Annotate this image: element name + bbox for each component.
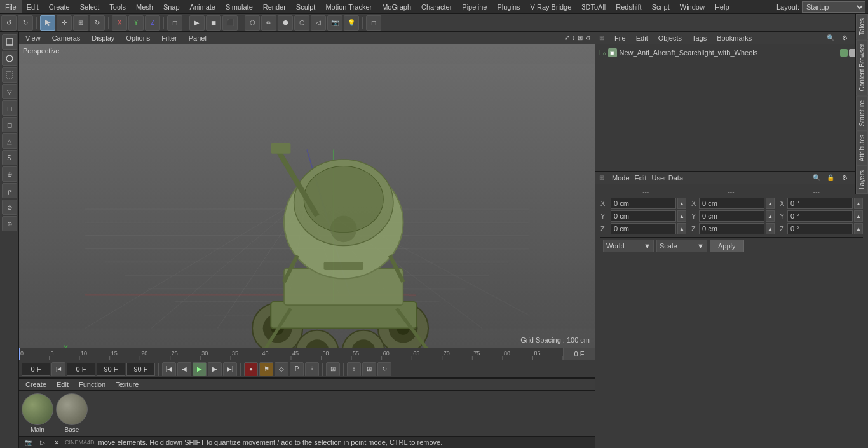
attr-y-pos[interactable]: 0 cm (611, 210, 676, 222)
obj-menu-objects[interactable]: Objects (656, 34, 684, 42)
camera-button[interactable]: 📷 (327, 15, 342, 31)
attr-z-size-spin[interactable]: ▲ (766, 223, 775, 234)
edit-mode-button[interactable]: ✏ (261, 15, 276, 31)
vp-icon-2[interactable]: ↕ (572, 34, 575, 41)
material-item-main[interactable]: Main (22, 393, 53, 433)
edge-mode-button[interactable] (2, 67, 17, 83)
menu-character[interactable]: Character (416, 0, 457, 13)
status-camera-icon[interactable]: 📷 (23, 437, 34, 448)
model-mode-button[interactable] (2, 34, 17, 50)
menu-edit[interactable]: Edit (22, 0, 44, 13)
display-button[interactable]: ◻ (366, 15, 381, 31)
edge-tab-structure[interactable]: Structure (856, 96, 868, 131)
redo-button[interactable]: ↻ (18, 15, 33, 31)
attr-z-rot[interactable]: 0 ° (787, 223, 853, 234)
tool-mode-button[interactable]: △ (2, 133, 17, 149)
timeline-dots-button[interactable]: ⠿ (305, 362, 319, 376)
timeline[interactable]: 0 F (19, 348, 595, 360)
vp-icon-1[interactable]: ⤢ (564, 34, 569, 41)
viewport-menu-filter[interactable]: Filter (159, 34, 179, 42)
paint-button[interactable]: ⬢ (278, 15, 293, 31)
obj-settings-icon[interactable]: ⚙ (839, 32, 850, 44)
z-axis-button[interactable]: Z (145, 15, 160, 31)
object-button[interactable]: ◻ (167, 15, 182, 31)
viewport-toggle-button[interactable]: ⊞ (326, 362, 340, 376)
attr-y-rot-spin[interactable]: ▲ (854, 210, 863, 222)
attr-x-size-spin[interactable]: ▲ (766, 198, 775, 209)
menu-motion-tracker[interactable]: Motion Tracker (320, 0, 377, 13)
render-region-button[interactable]: ◼ (206, 15, 221, 31)
face-mode-button[interactable]: ▽ (2, 84, 17, 99)
viewport-menu-display[interactable]: Display (89, 34, 117, 42)
menu-window[interactable]: Window (675, 0, 710, 13)
attr-y-pos-spin[interactable]: ▲ (677, 210, 686, 222)
status-play-icon[interactable]: ▷ (37, 437, 48, 448)
menu-snap[interactable]: Snap (158, 0, 185, 13)
menu-tools[interactable]: Tools (104, 0, 131, 13)
y-axis-button[interactable]: Y (128, 15, 144, 31)
attr-x-pos[interactable]: 0 cm (611, 198, 676, 209)
viewport-3d[interactable]: Perspective (19, 44, 595, 348)
menu-mograph[interactable]: MoGraph (377, 0, 416, 13)
attr-z-pos-spin[interactable]: ▲ (677, 223, 686, 234)
viewport-menu-panel[interactable]: Panel (186, 34, 209, 42)
next-frame-button[interactable]: ▶ (208, 362, 222, 376)
uv-mode-button[interactable]: S (2, 150, 17, 165)
attr-x-rot[interactable]: 0 ° (787, 198, 853, 209)
play-button[interactable]: ▶ (193, 362, 207, 376)
constraint-button[interactable]: ╔ (2, 183, 17, 198)
transport-start-frame[interactable] (22, 363, 50, 376)
viewport-menu-options[interactable]: Options (123, 34, 153, 42)
menu-script[interactable]: Script (647, 0, 675, 13)
object-item-searchlight[interactable]: L₀ ▣ New_Anti_Aircraft_Searchlight_with_… (599, 47, 864, 58)
attr-z-size[interactable]: 0 cm (699, 223, 764, 234)
perspective-button[interactable]: ⬡ (245, 15, 260, 31)
spline-button[interactable]: ◁ (311, 15, 326, 31)
undo-button[interactable]: ↺ (1, 15, 17, 31)
vp-icon-4[interactable]: ⚙ (585, 34, 591, 41)
material-menu-create[interactable]: Create (23, 381, 49, 388)
world-dropdown[interactable]: World ▼ (603, 240, 654, 252)
attr-y-size-spin[interactable]: ▲ (766, 210, 775, 222)
material-item-base[interactable]: Base (56, 393, 88, 433)
menu-animate[interactable]: Animate (185, 0, 220, 13)
attr-z-pos[interactable]: 0 cm (611, 223, 676, 234)
scale-dropdown[interactable]: Scale ▼ (656, 240, 707, 252)
scene-mode-button[interactable]: ◻ (2, 117, 17, 132)
status-close-icon[interactable]: ✕ (51, 437, 62, 448)
attr-x-size[interactable]: 0 cm (699, 198, 764, 209)
record-button[interactable]: ● (244, 362, 258, 376)
menu-vray[interactable]: V-Ray Bridge (526, 0, 577, 13)
menu-plugins[interactable]: Plugins (492, 0, 525, 13)
obj-search-icon[interactable]: 🔍 (825, 32, 836, 44)
prev-frame-button[interactable]: ◀ (177, 362, 191, 376)
scale-tool-button[interactable]: ⊞ (73, 15, 88, 31)
scale-key-button[interactable]: ⊞ (362, 362, 376, 376)
edge-tab-layers[interactable]: Layers (856, 166, 868, 194)
attr-menu-userdata[interactable]: User Data (652, 174, 684, 182)
attr-search-icon[interactable]: 🔍 (811, 172, 822, 184)
attr-y-rot[interactable]: 0 ° (787, 210, 853, 222)
auto-key-button[interactable]: ⚑ (259, 362, 273, 376)
attr-settings-icon[interactable]: ⚙ (839, 172, 850, 184)
obj-menu-file[interactable]: File (612, 34, 628, 42)
timeline-settings-button[interactable]: P (290, 362, 304, 376)
rotate-tool-button[interactable]: ↻ (90, 15, 105, 31)
menu-sculpt[interactable]: Sculpt (291, 0, 321, 13)
obj-vis-button-1[interactable] (840, 49, 848, 57)
menu-render[interactable]: Render (258, 0, 291, 13)
go-to-end-button[interactable]: ▶| (223, 362, 237, 376)
obj-menu-bookmarks[interactable]: Bookmarks (714, 34, 754, 42)
attr-menu-mode[interactable]: Mode (612, 174, 630, 182)
go-to-start-button[interactable]: |◀ (162, 362, 176, 376)
render-all-button[interactable]: ⬛ (222, 15, 238, 31)
select-tool-button[interactable] (40, 15, 55, 31)
snap-mode-button[interactable]: ⊕ (2, 166, 17, 182)
move-keyframe-button[interactable]: ↕ (347, 362, 361, 376)
move-tool-button[interactable]: ✛ (57, 15, 72, 31)
mesh-mode-button[interactable] (2, 51, 17, 66)
attr-x-pos-spin[interactable]: ▲ (677, 198, 686, 209)
edge-tab-takes[interactable]: Takes (856, 14, 868, 39)
menu-simulate[interactable]: Simulate (220, 0, 258, 13)
menu-create[interactable]: Create (44, 0, 75, 13)
